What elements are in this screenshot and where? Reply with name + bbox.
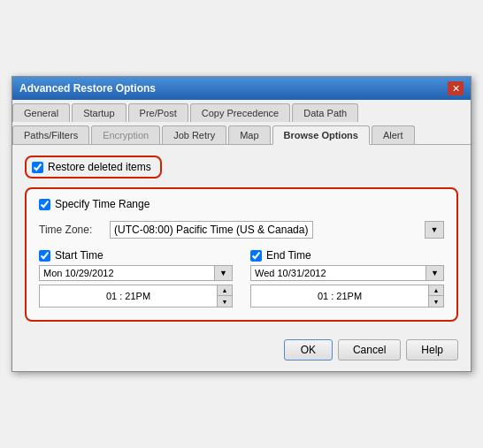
timezone-wrapper: (UTC-08:00) Pacific Time (US & Canada): [110, 221, 444, 239]
tab-data-path[interactable]: Data Path: [292, 103, 358, 122]
start-time-spinner: ▲ ▼: [217, 285, 232, 307]
end-time-label: End Time: [266, 249, 311, 262]
content-area: Restore deleted items Specify Time Range…: [12, 145, 471, 330]
start-time-label-row: Start Time: [39, 249, 233, 262]
tab-alert[interactable]: Alert: [372, 125, 415, 144]
restore-deleted-checkbox[interactable]: [32, 162, 43, 173]
tab-map[interactable]: Map: [228, 125, 270, 144]
tab-encryption[interactable]: Encryption: [91, 125, 160, 144]
start-time-col: Start Time ▼ ▲ ▼: [39, 249, 233, 308]
end-date-field: ▼: [250, 265, 444, 281]
end-date-input[interactable]: [251, 266, 426, 280]
tab-prepost[interactable]: Pre/Post: [128, 103, 188, 122]
ok-button[interactable]: OK: [284, 339, 333, 361]
tab-job-retry[interactable]: Job Retry: [162, 125, 226, 144]
tab-startup[interactable]: Startup: [72, 103, 126, 122]
tab-paths-filters[interactable]: Paths/Filters: [12, 125, 89, 144]
tab-browse-options[interactable]: Browse Options: [272, 125, 370, 145]
timezone-row: Time Zone: (UTC-08:00) Pacific Time (US …: [39, 221, 444, 239]
end-time-label-row: End Time: [250, 249, 444, 262]
start-time-up-button[interactable]: ▲: [218, 285, 232, 296]
cancel-button[interactable]: Cancel: [338, 339, 401, 361]
end-time-down-button[interactable]: ▼: [429, 296, 443, 307]
tabs-row-2: Paths/Filters Encryption Job Retry Map B…: [12, 122, 471, 144]
datetime-row: Start Time ▼ ▲ ▼: [39, 249, 444, 308]
start-time-field: ▲ ▼: [39, 285, 233, 308]
tab-general[interactable]: General: [12, 103, 70, 122]
restore-deleted-label: Restore deleted items: [48, 161, 151, 173]
start-time-label: Start Time: [55, 249, 104, 262]
end-date-dropdown-button[interactable]: ▼: [426, 266, 443, 280]
end-time-checkbox[interactable]: [250, 250, 262, 262]
end-time-up-button[interactable]: ▲: [429, 285, 443, 296]
timezone-label: Time Zone:: [39, 224, 110, 236]
start-time-checkbox[interactable]: [39, 250, 50, 262]
specify-time-header: Specify Time Range: [39, 198, 444, 210]
title-bar: Advanced Restore Options ✕: [12, 77, 471, 100]
start-time-down-button[interactable]: ▼: [218, 296, 232, 307]
footer: OK Cancel Help: [12, 330, 471, 371]
tabs-container: General Startup Pre/Post Copy Precedence…: [12, 100, 471, 145]
start-date-dropdown-button[interactable]: ▼: [214, 266, 232, 280]
tab-copy-precedence[interactable]: Copy Precedence: [190, 103, 290, 122]
main-window: Advanced Restore Options ✕ General Start…: [12, 76, 472, 372]
start-time-input[interactable]: [40, 289, 217, 303]
end-time-input[interactable]: [251, 289, 428, 303]
help-button[interactable]: Help: [406, 339, 458, 361]
specify-time-checkbox[interactable]: [39, 199, 50, 210]
close-button[interactable]: ✕: [448, 81, 464, 95]
end-time-spinner: ▲ ▼: [428, 285, 443, 307]
start-date-field: ▼: [39, 265, 233, 281]
specify-time-label: Specify Time Range: [55, 198, 150, 210]
end-time-field: ▲ ▼: [250, 285, 444, 308]
end-time-col: End Time ▼ ▲ ▼: [250, 249, 444, 308]
tabs-row-1: General Startup Pre/Post Copy Precedence…: [12, 100, 471, 122]
timezone-select[interactable]: (UTC-08:00) Pacific Time (US & Canada): [110, 221, 313, 239]
window-title: Advanced Restore Options: [19, 82, 156, 95]
start-date-input[interactable]: [40, 266, 214, 280]
restore-deleted-section: Restore deleted items: [25, 156, 162, 178]
time-range-box: Specify Time Range Time Zone: (UTC-08:00…: [25, 187, 458, 322]
